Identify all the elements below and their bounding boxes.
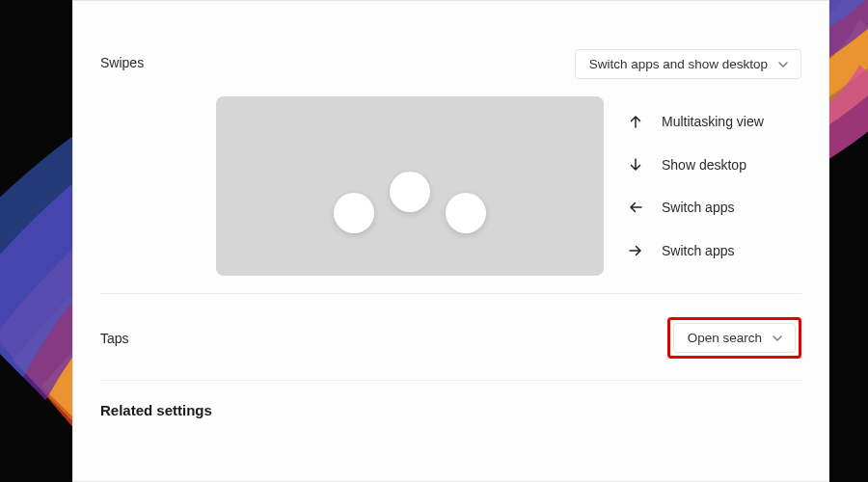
- swipes-row: Swipes Switch apps and show desktop: [100, 1, 801, 294]
- chevron-down-icon: [772, 333, 783, 344]
- settings-panel: Swipes Switch apps and show desktop: [72, 0, 829, 482]
- gesture-label: Switch apps: [662, 243, 734, 258]
- finger-dot: [446, 193, 486, 233]
- swipes-label: Swipes: [100, 49, 216, 70]
- finger-dot: [334, 193, 374, 233]
- gesture-item-up: Multitasking view: [627, 100, 764, 143]
- taps-dropdown[interactable]: Open search: [673, 323, 796, 353]
- gesture-label: Switch apps: [662, 200, 734, 215]
- annotation-highlight: Open search: [667, 317, 801, 359]
- arrow-left-icon: [627, 200, 644, 215]
- swipes-dropdown-value: Switch apps and show desktop: [589, 57, 768, 71]
- related-settings-heading: Related settings: [100, 381, 801, 426]
- arrow-up-icon: [627, 114, 644, 129]
- taps-label: Taps: [100, 331, 216, 346]
- gesture-label: Show desktop: [662, 157, 746, 173]
- gesture-item-left: Switch apps: [627, 186, 764, 228]
- taps-row: Taps Open search: [100, 294, 801, 381]
- arrow-down-icon: [627, 157, 644, 173]
- finger-dot: [390, 172, 430, 212]
- gesture-label: Multitasking view: [662, 114, 764, 129]
- swipes-dropdown[interactable]: Switch apps and show desktop: [575, 49, 801, 79]
- taps-dropdown-value: Open search: [688, 331, 762, 345]
- touchpad-gesture-preview: [216, 96, 604, 276]
- gesture-item-right: Switch apps: [627, 229, 764, 272]
- arrow-right-icon: [627, 243, 644, 258]
- gesture-list: Multitasking view Show desktop Switch ap…: [627, 96, 764, 276]
- gesture-item-down: Show desktop: [627, 144, 764, 186]
- chevron-down-icon: [777, 59, 789, 70]
